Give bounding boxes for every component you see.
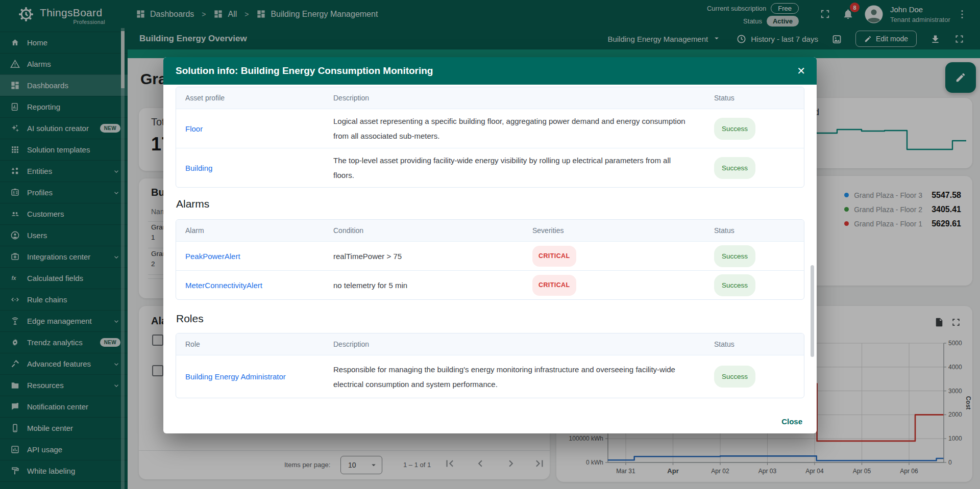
column-header: Status (705, 337, 804, 352)
status-success-badge: Success (714, 157, 755, 179)
status-success-badge: Success (714, 118, 755, 140)
alarms-table: AlarmConditionSeveritiesStatusPeakPowerA… (176, 219, 804, 300)
severity-critical-badge: CRITICAL (532, 275, 576, 296)
alarm-link[interactable]: MeterConnectivityAlert (185, 281, 262, 290)
table-row: Floor Logical asset representing a speci… (176, 109, 804, 148)
dialog-scrollbar-thumb[interactable] (811, 265, 814, 357)
asset-profile-link[interactable]: Building (185, 164, 212, 172)
column-header: Status (705, 91, 804, 106)
column-header: Alarm (176, 223, 324, 238)
column-header: Role (176, 337, 324, 352)
table-row: Building Energy Administrator Responsibl… (176, 355, 804, 398)
solution-info-dialog: Solution info: Building Energy Consumpti… (163, 57, 817, 433)
column-header: Description (324, 337, 705, 352)
close-icon[interactable]: ✕ (797, 66, 805, 76)
alarm-condition: no telemetry for 5 min (324, 278, 523, 293)
role-description: Responsible for managing the building's … (324, 362, 705, 392)
status-success-badge: Success (714, 366, 755, 388)
asset-profile-description: Logical asset representing a specific bu… (324, 114, 705, 143)
role-link[interactable]: Building Energy Administrator (185, 372, 286, 381)
status-success-badge: Success (714, 274, 755, 296)
column-header: Condition (324, 223, 523, 238)
severity-critical-badge: CRITICAL (532, 246, 576, 267)
column-header: Asset profile (176, 91, 324, 106)
table-row: MeterConnectivityAlert no telemetry for … (176, 270, 804, 299)
close-button[interactable]: Close (781, 417, 802, 426)
table-header-row: RoleDescriptionStatus (176, 333, 804, 355)
app-root: ThingsBoard Professional Dashboards>All>… (0, 0, 980, 489)
dialog-body: Asset profileDescriptionStatusFloor Logi… (163, 85, 817, 433)
dialog-title: Solution info: Building Energy Consumpti… (176, 65, 433, 76)
alarm-condition: realTimePower > 75 (324, 249, 523, 264)
table-row: PeakPowerAlert realTimePower > 75 CRITIC… (176, 241, 804, 270)
roles-section-heading: Roles (176, 313, 804, 325)
column-header: Severities (523, 223, 705, 238)
asset-profiles-table: Asset profileDescriptionStatusFloor Logi… (176, 87, 804, 188)
column-header: Status (705, 223, 804, 238)
column-header: Description (324, 91, 705, 106)
alarm-link[interactable]: PeakPowerAlert (185, 252, 240, 261)
status-success-badge: Success (714, 245, 755, 267)
asset-profile-link[interactable]: Floor (185, 124, 203, 133)
alarms-section-heading: Alarms (176, 198, 804, 210)
roles-table: RoleDescriptionStatusBuilding Energy Adm… (176, 333, 804, 398)
table-header-row: Asset profileDescriptionStatus (176, 87, 804, 109)
table-row: Building The top-level asset providing f… (176, 148, 804, 187)
dialog-header: Solution info: Building Energy Consumpti… (163, 57, 817, 85)
table-header-row: AlarmConditionSeveritiesStatus (176, 220, 804, 241)
asset-profile-description: The top-level asset providing facility-w… (324, 153, 705, 183)
